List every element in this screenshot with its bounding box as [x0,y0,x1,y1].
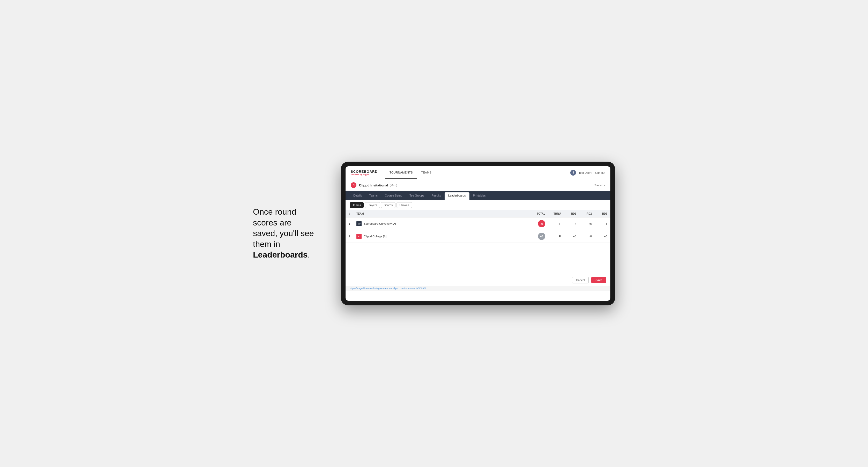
col-header-total: TOTAL [530,210,548,217]
tab-printables[interactable]: Printables [469,191,489,200]
col-header-rd2: RD2 [579,210,595,217]
tournament-header: C Clippd Invitational (Men) Cancel × [345,179,610,191]
side-text-line3: saved, you'll see [253,228,314,238]
col-header-rank: # [345,210,353,217]
team-name-2: Clippd College [A] [364,235,386,238]
team-info-1: SU Scoreboard University [A] [356,221,527,226]
nav-right: S Test User | Sign out [570,170,605,176]
tab-leaderboards[interactable]: Leaderboards [444,192,469,200]
row2-team: C Clippd College [A] [353,230,530,243]
row1-rd2: +5 [579,217,595,230]
row1-team: SU Scoreboard University [A] [353,217,530,230]
nav-link-tournaments[interactable]: TOURNAMENTS [385,166,417,179]
table-header-row: # TEAM TOTAL THRU RD1 RD2 RD3 [345,210,610,217]
row1-thru: F [548,217,564,230]
top-navigation: SCOREBOARD Powered by clippd TOURNAMENTS… [345,166,610,179]
side-text-highlight: Leaderboards [253,250,308,259]
nav-links: TOURNAMENTS TEAMS [385,166,436,179]
sub-tabs: Teams Players Scores Strokes [345,200,610,210]
powered-by: Powered by clippd [351,174,378,176]
footer: Cancel Save [345,274,610,286]
clippd-brand: clippd [363,174,369,176]
side-text-period: . [308,250,310,259]
page-wrapper: Once round scores are saved, you'll see … [253,162,615,305]
tournament-gender: (Men) [390,184,397,187]
url-bar: https://stage-blue-coach.stagescoreboard… [345,286,610,291]
team-logo-2: C [356,234,362,239]
tab-bar: Details Teams Course Setup Tee Groups Re… [345,191,610,200]
save-button[interactable]: Save [591,277,606,283]
sub-tab-strokes[interactable]: Strokes [397,202,412,208]
sign-out-link[interactable]: Sign out [595,171,605,174]
row1-rank: 1 [345,217,353,230]
sub-tab-teams[interactable]: Teams [350,202,364,208]
col-header-team: TEAM [353,210,530,217]
leaderboard-table: # TEAM TOTAL THRU RD1 RD2 RD3 1 [345,210,610,243]
team-logo-1: SU [356,221,362,226]
side-text-line2: scores are [253,218,291,227]
team-name-1: Scoreboard University [A] [364,222,396,225]
tab-course-setup[interactable]: Course Setup [381,191,406,200]
team-info-2: C Clippd College [A] [356,234,527,239]
score-badge-1: -5 [538,220,545,227]
sub-tab-players[interactable]: Players [365,202,380,208]
tab-results[interactable]: Results [428,191,444,200]
tablet-device: SCOREBOARD Powered by clippd TOURNAMENTS… [341,162,615,305]
col-header-thru: THRU [548,210,564,217]
row2-rd3: +3 [595,230,610,243]
tablet-screen: SCOREBOARD Powered by clippd TOURNAMENTS… [345,166,610,301]
logo-area: SCOREBOARD Powered by clippd [351,169,378,176]
tournament-name: Clippd Invitational [359,183,388,187]
row2-rd2: -8 [579,230,595,243]
cancel-button-top[interactable]: Cancel × [594,184,605,187]
col-header-rd3: RD3 [595,210,610,217]
row1-rd1: -4 [564,217,579,230]
url-text: https://stage-blue-coach.stagescoreboard… [350,287,426,290]
row1-rd3: -6 [595,217,610,230]
side-text: Once round scores are saved, you'll see … [253,207,326,260]
side-text-line4: them in [253,240,280,249]
tab-details[interactable]: Details [350,191,366,200]
row1-total: -5 [530,217,548,230]
row2-thru: F [548,230,564,243]
close-icon: × [604,184,605,187]
logo-text: SCOREBOARD [351,169,378,174]
row2-total: +3 [530,230,548,243]
cancel-button[interactable]: Cancel [572,277,589,283]
tab-tee-groups[interactable]: Tee Groups [406,191,428,200]
content-spacer [345,243,610,274]
table-row: 2 C Clippd College [A] +3 F +8 -8 [345,230,610,243]
score-badge-2: +3 [538,233,545,240]
col-header-rd1: RD1 [564,210,579,217]
row2-rank: 2 [345,230,353,243]
sub-tab-scores[interactable]: Scores [381,202,396,208]
tournament-icon: C [351,182,356,188]
nav-link-teams[interactable]: TEAMS [417,166,436,179]
user-avatar: S [570,170,576,176]
table-row: 1 SU Scoreboard University [A] -5 F -4 [345,217,610,230]
user-name: Test User | [579,171,592,174]
side-text-line1: Once round [253,207,296,216]
row2-rd1: +8 [564,230,579,243]
tab-teams[interactable]: Teams [366,191,381,200]
